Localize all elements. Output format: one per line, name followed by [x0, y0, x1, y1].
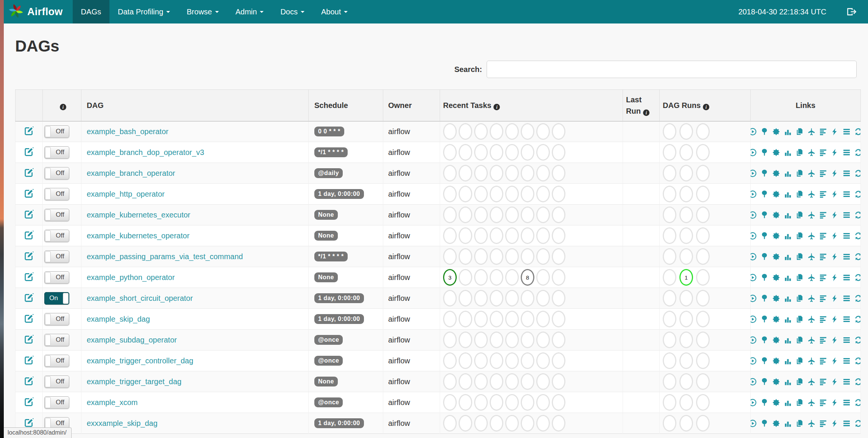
logs-icon[interactable]	[843, 253, 851, 261]
dag-run-circle[interactable]	[696, 165, 710, 181]
graph-view-icon[interactable]	[772, 211, 780, 219]
task-state-circle[interactable]	[474, 123, 488, 140]
dag-run-circle[interactable]	[696, 311, 710, 327]
logs-icon[interactable]	[843, 211, 851, 219]
dag-run-circle[interactable]	[679, 248, 693, 265]
graph-view-icon[interactable]	[772, 315, 780, 323]
logs-icon[interactable]	[843, 336, 851, 344]
nav-item-dags[interactable]: DAGs	[73, 0, 109, 23]
task-state-circle[interactable]	[521, 186, 534, 202]
logs-icon[interactable]	[843, 294, 851, 302]
trigger-dag-icon[interactable]	[751, 399, 757, 407]
task-state-circle[interactable]	[505, 269, 519, 286]
task-state-circle[interactable]	[536, 373, 550, 390]
task-duration-icon[interactable]	[784, 232, 792, 240]
tree-view-icon[interactable]	[760, 336, 768, 344]
search-input[interactable]	[487, 61, 857, 78]
task-state-circle[interactable]	[536, 186, 550, 202]
edit-dag-button[interactable]	[24, 293, 34, 304]
refresh-icon[interactable]	[854, 357, 861, 365]
dag-run-circle[interactable]	[663, 332, 676, 348]
task-state-circle[interactable]	[505, 311, 519, 327]
task-state-circle[interactable]	[536, 311, 550, 327]
code-view-icon[interactable]	[831, 315, 839, 323]
task-state-circle[interactable]	[536, 415, 550, 432]
task-duration-icon[interactable]	[784, 378, 792, 386]
refresh-icon[interactable]	[854, 169, 861, 177]
dag-run-circle[interactable]	[663, 248, 676, 265]
task-state-circle[interactable]	[474, 144, 488, 161]
graph-view-icon[interactable]	[772, 419, 780, 427]
graph-view-icon[interactable]	[772, 232, 780, 240]
task-state-circle[interactable]	[521, 227, 534, 244]
dag-link[interactable]: example_xcom	[87, 398, 138, 407]
gantt-view-icon[interactable]	[819, 211, 827, 219]
task-state-circle[interactable]	[474, 373, 488, 390]
task-state-circle[interactable]	[552, 144, 565, 161]
task-tries-icon[interactable]	[796, 357, 804, 365]
task-tries-icon[interactable]	[796, 419, 804, 427]
tree-view-icon[interactable]	[760, 211, 768, 219]
gantt-view-icon[interactable]	[819, 378, 827, 386]
dag-run-circle[interactable]	[679, 352, 693, 369]
trigger-dag-icon[interactable]	[751, 169, 757, 177]
graph-view-icon[interactable]	[772, 336, 780, 344]
task-tries-icon[interactable]	[796, 253, 804, 261]
graph-view-icon[interactable]	[772, 274, 780, 282]
task-state-circle[interactable]	[459, 227, 472, 244]
trigger-dag-icon[interactable]	[751, 315, 757, 323]
landing-times-icon[interactable]	[807, 357, 815, 365]
task-state-circle[interactable]	[490, 332, 503, 348]
edit-dag-button[interactable]	[24, 376, 34, 387]
task-state-circle[interactable]	[536, 290, 550, 307]
task-state-circle[interactable]	[459, 248, 472, 265]
task-state-circle[interactable]	[552, 352, 565, 369]
task-state-circle[interactable]	[552, 415, 565, 432]
dag-link[interactable]: example_python_operator	[87, 273, 175, 282]
tree-view-icon[interactable]	[760, 399, 768, 407]
dag-pause-toggle[interactable]: Off	[44, 125, 69, 138]
task-state-circle[interactable]	[474, 415, 488, 432]
nav-item-about[interactable]: About	[313, 0, 356, 23]
dag-run-circle[interactable]	[663, 311, 676, 327]
tree-view-icon[interactable]	[760, 169, 768, 177]
dag-link[interactable]: example_branch_operator	[87, 169, 175, 177]
logs-icon[interactable]	[843, 149, 851, 156]
code-view-icon[interactable]	[831, 211, 839, 219]
graph-view-icon[interactable]	[772, 149, 780, 156]
task-state-circle[interactable]	[490, 123, 503, 140]
task-state-circle[interactable]	[505, 394, 519, 411]
task-state-circle[interactable]	[443, 227, 457, 244]
nav-item-admin[interactable]: Admin	[227, 0, 272, 23]
task-state-circle[interactable]	[459, 186, 472, 202]
dag-run-circle[interactable]	[679, 144, 693, 161]
task-duration-icon[interactable]	[784, 357, 792, 365]
refresh-icon[interactable]	[854, 294, 861, 302]
task-state-circle[interactable]	[521, 144, 534, 161]
dag-pause-toggle[interactable]: Off	[44, 230, 69, 242]
dag-link[interactable]: example_branch_dop_operator_v3	[87, 148, 204, 156]
dag-run-circle[interactable]	[696, 373, 710, 390]
task-duration-icon[interactable]	[784, 190, 792, 198]
edit-dag-button[interactable]	[24, 355, 34, 366]
trigger-dag-icon[interactable]	[751, 253, 757, 261]
task-state-circle[interactable]	[443, 248, 457, 265]
task-state-circle[interactable]	[490, 227, 503, 244]
dag-pause-toggle[interactable]: Off	[44, 396, 69, 409]
task-state-circle[interactable]	[490, 290, 503, 307]
dag-run-circle[interactable]	[663, 415, 676, 432]
dag-run-circle[interactable]	[679, 415, 693, 432]
task-tries-icon[interactable]	[796, 128, 804, 136]
task-state-circle[interactable]	[521, 373, 534, 390]
task-state-circle[interactable]	[521, 311, 534, 327]
task-duration-icon[interactable]	[784, 399, 792, 407]
gantt-view-icon[interactable]	[819, 253, 827, 261]
task-state-circle[interactable]	[459, 290, 472, 307]
task-state-circle[interactable]	[459, 352, 472, 369]
task-state-circle[interactable]	[490, 352, 503, 369]
logs-icon[interactable]	[843, 357, 851, 365]
logs-icon[interactable]	[843, 399, 851, 407]
task-state-circle[interactable]	[459, 373, 472, 390]
gantt-view-icon[interactable]	[819, 336, 827, 344]
code-view-icon[interactable]	[831, 378, 839, 386]
